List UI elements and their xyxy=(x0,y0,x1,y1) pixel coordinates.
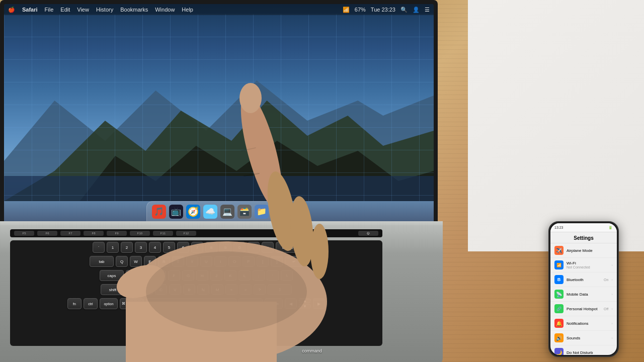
key-h[interactable]: H xyxy=(196,270,208,281)
key-v[interactable]: V xyxy=(169,284,181,295)
menubar-edit[interactable]: Edit xyxy=(60,7,70,13)
menubar-window[interactable]: Window xyxy=(155,7,175,13)
key-5[interactable]: 5 xyxy=(163,242,175,253)
menubar-view[interactable]: View xyxy=(77,7,89,13)
key-return[interactable]: ↵ xyxy=(285,256,303,267)
key-backtick[interactable]: ` xyxy=(93,242,105,253)
menubar-file[interactable]: File xyxy=(45,7,54,13)
menu-icon[interactable]: ☰ xyxy=(425,7,430,13)
key-ctrl[interactable]: ctrl xyxy=(84,298,98,309)
key-lbracket[interactable]: [ xyxy=(257,256,269,267)
key-backslash[interactable]: \ xyxy=(281,270,293,281)
touch-bar-f12[interactable]: F12 xyxy=(176,231,196,236)
key-comma[interactable]: < xyxy=(225,284,237,295)
settings-hotspot[interactable]: 🔗 Personal Hotspot Off › xyxy=(550,302,617,316)
key-q[interactable]: Q xyxy=(116,256,128,267)
dock-icon-music[interactable]: 🎵 xyxy=(152,205,166,219)
key-fn[interactable]: fn xyxy=(67,298,82,309)
key-k[interactable]: K xyxy=(224,270,236,281)
settings-sounds[interactable]: 🔊 Sounds › xyxy=(550,331,617,345)
key-2[interactable]: 2 xyxy=(121,242,133,253)
key-o[interactable]: O xyxy=(228,256,240,267)
touch-bar[interactable]: F5 F6 F7 F8 F9 F10 F11 F12 ⏻ xyxy=(10,229,382,237)
key-s[interactable]: S xyxy=(140,270,152,281)
key-quote[interactable]: ' xyxy=(267,270,279,281)
touch-bar-f9[interactable]: F9 xyxy=(107,231,127,236)
key-tab[interactable]: tab xyxy=(90,256,114,267)
key-r[interactable]: R xyxy=(158,256,170,267)
dock-icon-trash[interactable]: 🗑️ xyxy=(272,205,286,219)
settings-dnd[interactable]: 🌙 Do Not Disturb › xyxy=(550,345,617,355)
key-b[interactable]: B xyxy=(183,284,195,295)
key-y[interactable]: Y xyxy=(186,256,198,267)
key-up[interactable]: ▲ xyxy=(299,298,311,303)
trackpad[interactable] xyxy=(161,331,262,356)
key-l[interactable]: L xyxy=(238,270,251,281)
key-command-left[interactable]: ⌘ command xyxy=(120,298,144,309)
key-6[interactable]: 6 xyxy=(177,242,189,253)
key-shift-right[interactable]: ⇧ xyxy=(268,284,292,295)
key-option-right[interactable]: option xyxy=(265,298,283,309)
key-1[interactable]: 1 xyxy=(107,242,119,253)
apple-menu[interactable]: 🍎 xyxy=(8,7,15,13)
key-t[interactable]: T xyxy=(172,256,184,267)
settings-notifications[interactable]: 🔔 Notifications › xyxy=(550,316,617,331)
key-z[interactable]: Z xyxy=(127,284,139,295)
touch-bar-f8[interactable]: F8 xyxy=(84,231,104,236)
settings-mobile-data[interactable]: 📡 Mobile Data › xyxy=(550,287,617,302)
key-e[interactable]: E xyxy=(144,256,156,267)
dock-icon-safari[interactable]: 🧭 xyxy=(186,205,200,219)
search-icon[interactable]: 🔍 xyxy=(400,7,408,13)
touch-bar-f7[interactable]: F7 xyxy=(60,231,80,236)
dock-icon-tv[interactable]: 📺 xyxy=(169,205,183,219)
key-minus[interactable]: - xyxy=(248,242,260,253)
dock-icon-cloud[interactable]: ☁️ xyxy=(203,205,217,219)
dock-icon-system[interactable]: 💻 xyxy=(220,205,234,219)
touch-bar-f5[interactable]: F5 xyxy=(14,231,34,236)
key-p[interactable]: P xyxy=(243,256,255,267)
key-period[interactable]: > xyxy=(239,284,252,295)
key-0[interactable]: 0 xyxy=(233,242,246,253)
key-right[interactable]: ▶ xyxy=(313,298,325,309)
key-command-right[interactable]: command ⌘ xyxy=(238,298,263,309)
key-d[interactable]: D xyxy=(154,270,166,281)
key-g[interactable]: G xyxy=(182,270,194,281)
key-shift-left[interactable]: shift xyxy=(101,284,125,295)
key-down[interactable]: ▼ xyxy=(299,304,311,309)
key-m[interactable]: M xyxy=(211,284,223,295)
key-equals[interactable]: = xyxy=(262,242,274,253)
touch-bar-f11[interactable]: F11 xyxy=(153,231,173,236)
dock-icon-folder[interactable]: 📁 xyxy=(255,205,269,219)
key-7[interactable]: 7 xyxy=(191,242,203,253)
key-n[interactable]: N xyxy=(197,284,209,295)
key-i[interactable]: I xyxy=(214,256,226,267)
key-3[interactable]: 3 xyxy=(135,242,147,253)
key-a[interactable]: A xyxy=(126,270,138,281)
user-icon[interactable]: 👤 xyxy=(413,7,420,13)
key-c[interactable]: C xyxy=(155,284,167,295)
menubar-history[interactable]: History xyxy=(96,7,113,13)
key-u[interactable]: U xyxy=(200,256,212,267)
key-w[interactable]: W xyxy=(130,256,142,267)
key-option-left[interactable]: option xyxy=(100,298,118,309)
key-left[interactable]: ◀ xyxy=(285,298,297,309)
settings-wifi[interactable]: 📶 Wi-Fi Not Connected › xyxy=(550,258,617,273)
key-delete[interactable]: delete xyxy=(276,242,300,253)
key-8[interactable]: 8 xyxy=(205,242,217,253)
touch-bar-power[interactable]: ⏻ xyxy=(358,231,378,236)
key-rbracket[interactable]: ] xyxy=(271,256,283,267)
key-slash[interactable]: ? xyxy=(254,284,266,295)
key-9[interactable]: 9 xyxy=(219,242,231,253)
key-f[interactable]: F xyxy=(168,270,180,281)
dock-icon-launchpad[interactable]: 🗃️ xyxy=(237,205,252,219)
settings-bluetooth[interactable]: B Bluetooth On › xyxy=(550,273,617,287)
key-semicolon[interactable]: ; xyxy=(253,270,265,281)
touch-bar-f6[interactable]: F6 xyxy=(37,231,57,236)
key-space[interactable] xyxy=(146,298,236,309)
touch-bar-f10[interactable]: F10 xyxy=(130,231,150,236)
key-caps[interactable]: caps xyxy=(100,270,124,281)
menubar-bookmarks[interactable]: Bookmarks xyxy=(120,7,148,13)
key-4[interactable]: 4 xyxy=(149,242,161,253)
settings-airplane-mode[interactable]: ✈️ Airplane Mode xyxy=(550,243,617,258)
key-j[interactable]: J xyxy=(210,270,222,281)
